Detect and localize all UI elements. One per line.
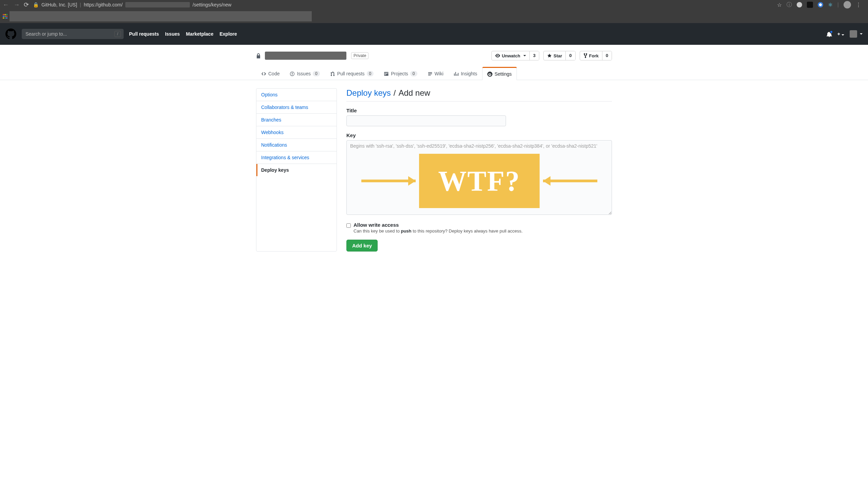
tab-pull-requests[interactable]: Pull requests 0 [325, 67, 379, 80]
watch-count[interactable]: 3 [529, 51, 539, 60]
key-textarea[interactable] [346, 140, 612, 215]
browser-nav-arrows: ← → [3, 1, 20, 8]
url-prefix: https://github.com/ [84, 2, 123, 7]
title-label: Title [346, 108, 612, 113]
bookmark-star-icon[interactable]: ☆ [777, 2, 782, 8]
sidebar-item-deploy-keys[interactable]: Deploy keys [256, 164, 337, 176]
extension-icon-2[interactable] [818, 2, 823, 7]
tab-wiki[interactable]: Wiki [422, 67, 449, 80]
fork-count[interactable]: 0 [602, 51, 612, 60]
bookmarks-redacted [10, 11, 312, 21]
page-title: Deploy keys / Add new [346, 88, 612, 101]
forward-icon[interactable]: → [14, 1, 20, 8]
star-count[interactable]: 0 [565, 51, 575, 60]
avatar-icon [850, 30, 857, 38]
key-label: Key [346, 132, 612, 138]
title-input[interactable] [346, 115, 506, 126]
sidebar-item-collaborators[interactable]: Collaborators & teams [256, 101, 337, 114]
redacted-repo-path [125, 2, 190, 7]
nav-marketplace[interactable]: Marketplace [186, 31, 214, 37]
primary-nav: Pull requests Issues Marketplace Explore [129, 31, 237, 37]
allow-write-checkbox[interactable] [346, 223, 351, 228]
back-icon[interactable]: ← [3, 1, 9, 8]
lock-icon [256, 53, 261, 58]
extension-icon-1[interactable] [797, 2, 802, 7]
tab-insights[interactable]: Insights [449, 67, 482, 80]
nav-pull-requests[interactable]: Pull requests [129, 31, 159, 37]
main-content: Deploy keys / Add new Title Key WTF? All… [346, 88, 612, 252]
pulls-count: 0 [367, 71, 374, 76]
tab-issues[interactable]: Issues 0 [285, 67, 325, 80]
user-avatar-dropdown[interactable] [850, 30, 863, 38]
breadcrumb-current: Add new [398, 88, 430, 98]
sidebar-item-options[interactable]: Options [256, 89, 337, 101]
sidebar-item-branches[interactable]: Branches [256, 114, 337, 126]
tab-code[interactable]: Code [256, 67, 285, 80]
nav-issues[interactable]: Issues [165, 31, 180, 37]
sidebar-item-integrations[interactable]: Integrations & services [256, 151, 337, 164]
url-bar[interactable]: 🔒 GitHub, Inc. [US] | https://github.com… [33, 2, 773, 7]
github-logo-icon[interactable] [5, 29, 16, 39]
repo-name-redacted [265, 52, 346, 60]
reload-icon[interactable]: ⟳ [24, 1, 29, 8]
issues-count: 0 [313, 71, 320, 76]
tab-projects[interactable]: Projects 0 [379, 67, 422, 80]
lock-icon: 🔒 [33, 2, 39, 7]
info-icon[interactable]: ⓘ [786, 1, 792, 8]
unwatch-button[interactable]: Unwatch 3 [491, 51, 539, 60]
react-devtools-icon[interactable]: ⚛ [828, 2, 833, 8]
apps-icon[interactable] [3, 14, 7, 19]
search-slash-badge: / [114, 31, 121, 37]
extension-icon-amazon[interactable] [807, 2, 813, 8]
github-header: / Pull requests Issues Marketplace Explo… [0, 23, 868, 45]
notification-dot-icon [830, 30, 833, 34]
repo-header: Private Unwatch 3 Star 0 Fork 0 [251, 51, 617, 60]
repo-tab-nav: Code Issues 0 Pull requests 0 Projects 0… [251, 67, 617, 80]
private-badge: Private [351, 52, 368, 59]
profile-icon[interactable] [844, 1, 851, 8]
breadcrumb-deploy-keys-link[interactable]: Deploy keys [346, 88, 391, 98]
url-suffix: /settings/keys/new [193, 2, 231, 7]
sidebar-item-notifications[interactable]: Notifications [256, 139, 337, 151]
allow-write-label: Allow write access [354, 222, 523, 228]
fork-button[interactable]: Fork 0 [580, 51, 612, 60]
sidebar-item-webhooks[interactable]: Webhooks [256, 126, 337, 139]
browser-menu-icon[interactable]: ⋮ [856, 2, 861, 8]
star-button[interactable]: Star 0 [543, 51, 576, 60]
add-key-button[interactable]: Add key [346, 240, 378, 252]
settings-sidebar: Options Collaborators & teams Branches W… [256, 88, 337, 252]
nav-explore[interactable]: Explore [219, 31, 237, 37]
allow-write-hint: Can this key be used to push to this rep… [354, 228, 523, 234]
create-new-dropdown[interactable]: + [837, 31, 844, 37]
projects-count: 0 [410, 71, 417, 76]
notifications-icon[interactable] [827, 31, 832, 37]
tab-settings[interactable]: Settings [482, 67, 517, 80]
secure-origin-label: GitHub, Inc. [US] [41, 2, 77, 7]
search-input[interactable] [22, 29, 124, 39]
browser-chrome: ← → ⟳ 🔒 GitHub, Inc. [US] | https://gith… [0, 0, 868, 23]
